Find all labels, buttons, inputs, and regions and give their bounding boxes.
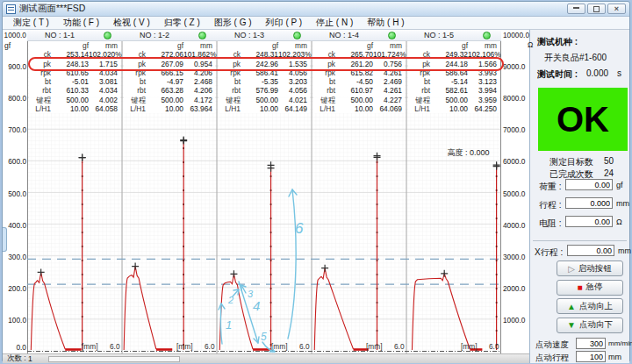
panel-4: NO : 1-4 gfmm ck 265.70 101.724% pk 261.… (312, 30, 406, 144)
title-bar: 测试画面***FSD × (3, 2, 629, 17)
panel-id: NO : 1-3 (234, 31, 264, 39)
menu-item[interactable]: 测定 ( T ) (6, 17, 56, 29)
menu-item[interactable]: 归零 ( Z ) (157, 17, 207, 29)
maximize-button[interactable] (587, 4, 606, 14)
svg-text:6.0: 6.0 (299, 342, 310, 351)
y-left-tick: 300.0 (4, 253, 26, 261)
svg-text:[mm]: [mm] (176, 342, 192, 351)
units-row: gfmm (29, 41, 120, 50)
panel-header: NO : 1-5 (406, 30, 501, 41)
arrow-down-icon: ▼ (567, 320, 576, 330)
y-left-unit: gf (4, 41, 11, 50)
y-right-unit: Ω (528, 40, 533, 49)
panel-header: NO : 1-3 (217, 30, 312, 41)
status-scrollbar[interactable] (48, 356, 180, 362)
close-icon: × (614, 5, 619, 13)
panel-id: NO : 1-2 (140, 31, 169, 39)
test-time-value: 0.000 (586, 68, 608, 78)
measurement-row-键程: 键程 500.00 4.227 (313, 96, 405, 104)
start-button[interactable]: ▷启动按钮 (557, 261, 623, 276)
measurement-table: gfmm ck 248.31 102.203% pk 242.96 1.535 … (219, 41, 310, 113)
units-row: gfmm (219, 41, 310, 50)
y-left-tick: 0.0 (4, 343, 26, 352)
status-dot (104, 32, 111, 39)
panel-id: NO : 1-1 (45, 31, 75, 39)
live-field-input[interactable] (565, 216, 613, 227)
jog-stroke-label: 点动行程 (535, 353, 569, 364)
panel-id: NO : 1-4 (329, 31, 359, 39)
jog-stroke-input[interactable] (576, 351, 606, 362)
units-row: gfmm (124, 41, 215, 50)
panel-5: NO : 1-5 gfmm ck 249.32 102.106% pk 244.… (406, 30, 501, 144)
measurement-table: gfmm ck 253.14 102.020% pk 248.13 1.715 … (29, 41, 120, 113)
menu-item[interactable]: 功能 ( F ) (56, 17, 106, 29)
svg-text:[mm]: [mm] (461, 342, 477, 351)
measurement-row-rbt: rbt 663.28 4.206 (124, 86, 215, 95)
panel-header: NO : 1-1 (27, 30, 122, 41)
measurement-row-键程: 键程 500.00 4.172 (124, 96, 215, 104)
measurement-row-bt: bt -4.50 2.469 (313, 77, 405, 86)
status-dot (198, 32, 206, 39)
svg-text:5: 5 (261, 331, 267, 343)
y-right-tick: 4000.0 (503, 221, 538, 230)
menu-bar: 测定 ( T )功能 ( F )检视 ( V )归零 ( Z )图形 ( G )… (3, 17, 629, 30)
y-left-tick: 600.0 (4, 157, 26, 166)
panel-id: NO : 1-5 (424, 31, 454, 39)
measurement-row-bt: bt -4.97 2.468 (124, 77, 215, 86)
machine-type-label: 测试机种 : (537, 36, 578, 48)
minimize-icon (573, 6, 579, 9)
svg-text:1: 1 (226, 318, 232, 332)
status-bar: 次数 : 1 (3, 353, 529, 363)
measurement-row-键程: 键程 500.00 4.021 (219, 96, 310, 104)
menu-item[interactable]: 停止 ( N ) (309, 17, 360, 29)
menu-item[interactable]: 列印 ( P ) (259, 17, 309, 29)
emergency-stop-button[interactable]: ■急停 (557, 280, 623, 296)
splitter-handle[interactable] (3, 227, 7, 252)
svg-text:6: 6 (295, 220, 304, 237)
y-right-tick: 6000.0 (503, 157, 538, 166)
panel-header: NO : 1-4 (312, 30, 406, 41)
live-field-unit: Ω (616, 218, 622, 226)
test-time-unit: s (617, 68, 621, 78)
y-left-tick: 400.0 (4, 221, 26, 230)
measurement-row-rbt: rbt 610.97 4.261 (313, 86, 405, 95)
measurement-table: gfmm ck 249.32 102.106% pk 244.18 1.566 … (408, 41, 499, 113)
jog-down-button[interactable]: ▼点动向下 (557, 318, 623, 333)
jog-speed-label: 点动速度 (535, 339, 569, 351)
y-right-tick: 10000.0 (503, 31, 538, 39)
measurement-row-bt: bt -5.14 3.123 (408, 77, 499, 86)
x-stroke-input[interactable] (567, 245, 614, 256)
live-field-input[interactable] (565, 179, 613, 190)
y-right-tick: 5000.0 (503, 189, 538, 198)
svg-text:6.0: 6.0 (205, 342, 215, 351)
svg-text:[mm]: [mm] (366, 342, 382, 351)
measurement-row-L/H1: L/H1 10.00 64.250 (408, 104, 499, 113)
measurement-row-bt: bt -5.35 3.203 (219, 77, 310, 86)
button-label: 点动向下 (579, 319, 613, 331)
jog-up-button[interactable]: ▲点动向上 (557, 298, 623, 314)
y-left-tick: 700.0 (4, 125, 26, 134)
menu-item[interactable]: 检视 ( V ) (106, 17, 157, 29)
live-field-label: 荷重 : (539, 181, 562, 193)
menu-item[interactable]: 帮助 ( H ) (360, 17, 411, 29)
y-left-tick: 500.0 (4, 189, 26, 198)
close-button[interactable]: × (607, 4, 626, 14)
control-sidebar: 测试机种 : 开关良品#1-600 测试时间 : 0.000 s OK 测定目标… (529, 30, 629, 363)
measurement-table: gfmm ck 272.06 101.862% pk 267.09 0.954 … (124, 41, 215, 113)
divider (533, 240, 627, 241)
svg-text:[mm]: [mm] (82, 342, 97, 351)
y-right-tick: 3000.0 (503, 253, 538, 261)
jog-speed-input[interactable] (576, 338, 606, 349)
minimize-button[interactable] (567, 4, 585, 14)
svg-text:6.0: 6.0 (489, 342, 499, 351)
live-field-input[interactable] (565, 197, 613, 209)
svg-text:2: 2 (227, 295, 233, 305)
panel-1: NO : 1-1 gfmm ck 253.14 102.020% pk 248.… (27, 30, 122, 144)
live-field-label: 行程 : (539, 199, 562, 211)
window-title: 测试画面***FSD (19, 3, 85, 15)
done-count-value: 24 (604, 168, 614, 178)
panel-3: NO : 1-3 gfmm ck 248.31 102.203% pk 242.… (217, 30, 312, 144)
menu-item[interactable]: 图形 ( G ) (207, 17, 259, 29)
button-label: 急停 (586, 282, 603, 293)
machine-type-value: 开关良品#1-600 (544, 52, 607, 64)
